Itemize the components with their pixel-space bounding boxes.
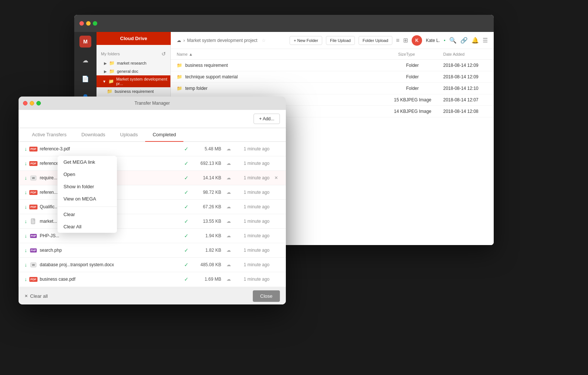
transfer-time: 1 minute ago — [236, 219, 270, 224]
ctx-separator — [58, 206, 117, 207]
tm-maximize-dot[interactable] — [36, 101, 41, 105]
table-row[interactable]: 📁 technique support material Folder 2018… — [171, 71, 494, 83]
transfer-size: 5.48 MB — [192, 146, 221, 151]
bg-menu-icon[interactable]: ☰ — [483, 37, 488, 44]
bg-file-upload-btn[interactable]: File Upload — [326, 36, 355, 45]
bg-nav-files[interactable]: 📄 — [79, 73, 91, 85]
transfer-time: 1 minute ago — [236, 146, 270, 151]
download-arrow-icon: ↓ — [24, 276, 27, 282]
bg-col-name-header[interactable]: Name ▲ — [177, 52, 376, 56]
bg-folder-biz-req[interactable]: 📁 business requirement — [97, 87, 170, 95]
bg-nav-cloud[interactable]: ☁ — [79, 54, 91, 66]
ctx-clear[interactable]: Clear — [58, 208, 117, 221]
bg-titlebar — [74, 15, 494, 32]
transfer-filename: reference-3.pdf — [40, 146, 181, 151]
transfer-size: 485.08 KB — [192, 262, 221, 267]
ctx-get-mega-link[interactable]: Get MEGA link — [58, 156, 117, 168]
download-arrow-icon: ↓ — [24, 175, 27, 181]
ctx-show-in-folder[interactable]: Show in folder — [58, 180, 117, 193]
bg-window-controls — [79, 21, 97, 26]
bg-folder-icon-2: 📁 — [109, 69, 115, 74]
transfer-time: 1 minute ago — [236, 161, 270, 166]
complete-check-icon: ✓ — [184, 247, 189, 253]
bg-user-avatar[interactable]: K — [412, 35, 422, 46]
cloud-icon: ☁ — [224, 233, 233, 238]
transfer-size: 67.26 KB — [192, 204, 221, 209]
bg-folder-icon: 📁 — [109, 61, 115, 66]
transfer-time: 1 minute ago — [236, 262, 270, 267]
bg-star-icon[interactable]: ☆ — [262, 38, 266, 43]
tm-titlebar: Transfer Manager — [19, 97, 286, 110]
download-arrow-icon: ↓ — [24, 247, 27, 253]
download-arrow-icon: ↓ — [24, 189, 27, 195]
tab-active-transfers[interactable]: Active Transfers — [24, 128, 74, 142]
complete-check-icon: ✓ — [184, 233, 189, 239]
download-arrow-icon: ↓ — [24, 146, 27, 152]
tm-add-button[interactable]: + Add... — [254, 114, 280, 124]
bg-new-folder-btn[interactable]: + New Folder — [290, 36, 322, 45]
complete-check-icon: ✓ — [184, 175, 189, 181]
close-button[interactable]: Close — [253, 290, 280, 302]
bg-col-date-header[interactable]: Date Added — [443, 52, 488, 56]
svg-rect-0 — [31, 219, 35, 224]
bg-folder-market-research[interactable]: ▶ 📁 market research — [97, 59, 170, 67]
bg-close-dot[interactable] — [79, 21, 84, 26]
bg-bell-icon[interactable]: 🔔 — [471, 37, 479, 44]
list-item[interactable]: ↓ PDF business case.pdf ✓ 1.69 MB ☁ 1 mi… — [19, 272, 286, 287]
complete-check-icon: ✓ — [184, 160, 189, 166]
bg-list-view-icon[interactable]: ≡ — [396, 37, 399, 44]
folder-icon: 📁 — [177, 63, 182, 68]
bg-username: Kate L. — [426, 38, 440, 43]
bg-col-type-header[interactable]: Type — [406, 52, 443, 56]
transfer-size: 1.69 MB — [192, 277, 221, 282]
bg-toolbar-actions: + New Folder File Upload Folder Upload ≡… — [290, 35, 488, 46]
cloud-icon: ☁ — [224, 248, 233, 253]
tab-uploads[interactable]: Uploads — [113, 128, 146, 142]
complete-check-icon: ✓ — [184, 276, 189, 282]
table-row[interactable]: 📁 business requirement Folder 2018-08-14… — [171, 60, 494, 71]
list-item[interactable]: ↓ PHP search.php ✓ 1.82 KB ☁ 1 minute ag… — [19, 243, 286, 258]
bg-folder-general-doc[interactable]: ▶ 📁 general doc — [97, 67, 170, 75]
bg-table-header: Name ▲ Size Type Date Added — [171, 49, 494, 60]
tm-minimize-dot[interactable] — [30, 101, 34, 105]
tab-completed[interactable]: Completed — [145, 128, 183, 142]
table-row[interactable]: 📁 temp folder Folder 2018-08-14 12:10 — [171, 83, 494, 94]
bg-maximize-dot[interactable] — [93, 21, 97, 26]
tm-close-dot[interactable] — [23, 101, 27, 105]
cloud-icon: ☁ — [224, 204, 233, 209]
bg-home-icon[interactable]: ☁ — [177, 38, 181, 43]
bg-folder-market-dev[interactable]: ▼ 📁 Market system development pr... — [97, 75, 170, 87]
pdf-file-icon: PDF — [30, 203, 37, 210]
remove-transfer-button[interactable]: ✕ — [272, 175, 280, 180]
bg-folder-icon-3: 📁 — [107, 89, 112, 94]
bg-folder-upload-btn[interactable]: Folder Upload — [359, 36, 392, 45]
list-item[interactable]: ↓ W database proj...transport system.doc… — [19, 258, 286, 272]
transfer-size: 13.55 KB — [192, 219, 221, 224]
bg-search-icon[interactable]: 🔍 — [449, 37, 457, 44]
ctx-clear-all[interactable]: Clear All — [58, 221, 117, 233]
ctx-view-on-mega[interactable]: View on MEGA — [58, 193, 117, 205]
clear-all-x-icon: ✕ — [24, 294, 28, 299]
cloud-icon: ☁ — [224, 262, 233, 267]
word-file-icon: W — [30, 175, 37, 181]
generic-file-icon — [30, 218, 37, 225]
transfer-size: 98.72 KB — [192, 190, 221, 195]
bg-minimize-dot[interactable] — [86, 21, 91, 26]
complete-check-icon: ✓ — [184, 189, 189, 195]
transfer-time: 1 minute ago — [236, 277, 270, 282]
list-item[interactable]: ↓ PDF reference-3.pdf ✓ 5.48 MB ☁ 1 minu… — [19, 142, 286, 156]
clear-all-button[interactable]: ✕ Clear all — [24, 293, 48, 299]
bg-link-icon[interactable]: 🔗 — [460, 37, 468, 44]
tm-tabs: Active Transfers Downloads Uploads Compl… — [19, 128, 286, 142]
tm-window-controls — [23, 101, 41, 105]
cloud-icon: ☁ — [224, 175, 233, 180]
cloud-icon: ☁ — [224, 277, 233, 282]
folder-icon: 📁 — [177, 74, 182, 79]
tab-downloads[interactable]: Downloads — [74, 128, 112, 142]
bg-refresh-icon[interactable]: ↺ — [161, 51, 166, 57]
download-arrow-icon: ↓ — [24, 233, 27, 239]
pdf-file-icon: PDF — [30, 146, 37, 152]
ctx-open[interactable]: Open — [58, 168, 117, 180]
bg-col-size-header[interactable]: Size — [376, 52, 406, 56]
bg-grid-view-icon[interactable]: ⊞ — [403, 37, 408, 44]
